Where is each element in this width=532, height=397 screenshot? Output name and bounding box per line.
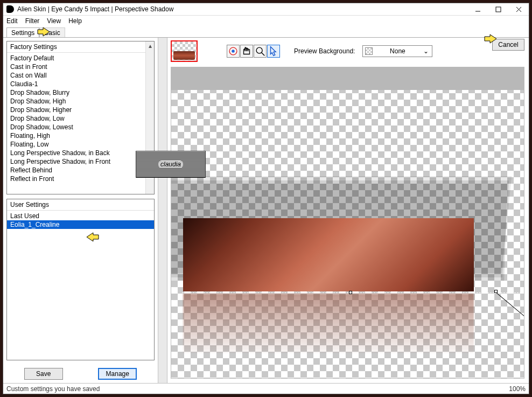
- transform-handle[interactable]: [349, 291, 352, 294]
- menu-edit[interactable]: Edit: [6, 17, 18, 25]
- watermark: claudia: [136, 151, 206, 178]
- menu-help[interactable]: Help: [68, 17, 82, 25]
- zoom-tool-icon[interactable]: [254, 45, 267, 58]
- maximize-button[interactable]: [488, 3, 508, 15]
- factory-settings-header: Factory Settings: [7, 41, 154, 53]
- list-item[interactable]: Drop Shadow, Low: [7, 114, 154, 123]
- menu-view[interactable]: View: [47, 17, 61, 25]
- status-bar: Custom settings you have saved 100%: [3, 383, 529, 394]
- list-item[interactable]: Floating, High: [7, 131, 154, 140]
- scroll-up-icon[interactable]: ▴: [146, 41, 154, 50]
- list-item[interactable]: Reflect in Front: [7, 175, 154, 183]
- list-item[interactable]: Cast in Front: [7, 62, 154, 71]
- preview-canvas[interactable]: [171, 67, 524, 379]
- list-item[interactable]: Drop Shadow, Blurry: [7, 88, 154, 97]
- list-item[interactable]: Drop Shadow, Higher: [7, 106, 154, 114]
- color-picker-tool-icon[interactable]: [227, 45, 240, 58]
- list-item[interactable]: Long Perspective Shadow, in Back: [7, 149, 154, 157]
- tab-settings[interactable]: Settings: [6, 27, 39, 38]
- list-item[interactable]: Drop Shadow, High: [7, 97, 154, 106]
- settings-buttons: Save Manage: [6, 365, 155, 383]
- titlebar: Alien Skin | Eye Candy 5 Impact | Perspe…: [3, 3, 529, 16]
- svg-rect-1: [496, 7, 501, 12]
- svg-line-7: [262, 53, 265, 56]
- svg-point-6: [256, 47, 262, 53]
- list-item[interactable]: Last Used: [7, 212, 154, 220]
- list-item[interactable]: Cast on Wall: [7, 71, 154, 80]
- list-item[interactable]: Claudia-1: [7, 80, 154, 88]
- guide-line[interactable]: [182, 292, 524, 293]
- preview-panel: OK Cancel Preview Background: None ⌄: [167, 38, 529, 383]
- preview-background-value: None: [390, 47, 405, 55]
- preview-background-label: Preview Background:: [294, 47, 355, 55]
- list-item[interactable]: Factory Default: [7, 54, 154, 62]
- subject-image: [183, 218, 474, 291]
- list-item-selected[interactable]: Eolia_1_Crealine: [7, 220, 154, 229]
- factory-settings-list[interactable]: Factory Settings Factory Default Cast in…: [6, 41, 155, 194]
- pointer-tool-icon[interactable]: [267, 45, 280, 58]
- save-button[interactable]: Save: [24, 368, 63, 380]
- layer-thumbnail[interactable]: [171, 40, 198, 62]
- zoom-level: 100%: [509, 385, 526, 393]
- menu-filter[interactable]: Filter: [25, 17, 40, 25]
- close-button[interactable]: [508, 3, 529, 15]
- list-item[interactable]: Drop Shadow, Lowest: [7, 123, 154, 131]
- toolbar: Preview Background: None ⌄: [167, 38, 529, 65]
- user-settings-header: User Settings: [7, 199, 154, 211]
- tutorial-pointer-icon: [484, 34, 499, 44]
- settings-panel: Factory Settings Factory Default Cast in…: [3, 38, 158, 383]
- chevron-down-icon: ⌄: [422, 47, 430, 55]
- preview-topband: [171, 67, 524, 90]
- tutorial-pointer-icon: [85, 232, 100, 242]
- svg-point-5: [232, 50, 235, 53]
- app-icon: [6, 5, 14, 13]
- tutorial-pointer-icon: [37, 27, 52, 37]
- splitter[interactable]: [158, 38, 167, 383]
- reflection: [183, 294, 474, 353]
- tab-strip: Settings Basic: [3, 26, 529, 37]
- vanishing-line[interactable]: [496, 292, 524, 336]
- preview-background-select[interactable]: None ⌄: [362, 45, 432, 57]
- list-item[interactable]: Floating, Low: [7, 140, 154, 149]
- list-item[interactable]: Reflect Behind: [7, 166, 154, 175]
- list-item[interactable]: Long Perspective Shadow, in Front: [7, 157, 154, 166]
- menubar: Edit Filter View Help: [3, 16, 529, 26]
- window-title: Alien Skin | Eye Candy 5 Impact | Perspe…: [17, 5, 467, 13]
- app-window: Alien Skin | Eye Candy 5 Impact | Perspe…: [3, 3, 529, 394]
- minimize-button[interactable]: [467, 3, 488, 15]
- status-text: Custom settings you have saved: [6, 385, 100, 393]
- hand-tool-icon[interactable]: [240, 45, 253, 58]
- manage-button[interactable]: Manage: [98, 368, 137, 380]
- user-settings-list[interactable]: User Settings Last Used Eolia_1_Crealine: [6, 199, 155, 360]
- transparency-swatch-icon: [365, 47, 373, 55]
